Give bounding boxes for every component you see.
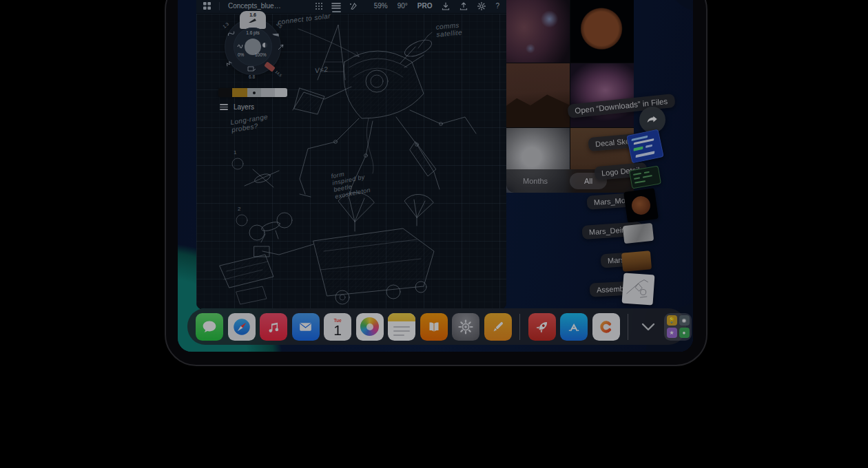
settings-gear-icon[interactable] xyxy=(477,2,486,10)
precision-grid-icon[interactable] xyxy=(315,2,323,10)
tool-wheel[interactable]: 1.6 1.3 3.5 14.5 6.8 1.6 pts 0% 10 xyxy=(217,11,289,83)
settings-app-icon[interactable] xyxy=(452,313,479,341)
export-icon[interactable] xyxy=(459,2,468,10)
gear-icon xyxy=(457,318,475,336)
color-swatch-gold[interactable] xyxy=(232,88,247,97)
smoothing-icon xyxy=(237,42,243,48)
opacity-icon xyxy=(262,43,267,47)
compass-icon xyxy=(231,317,252,337)
music-note-icon xyxy=(265,319,282,335)
layers-menu-icon xyxy=(220,104,228,110)
toolbar-separator xyxy=(219,2,220,10)
drag-thumb-assembly[interactable] xyxy=(622,273,655,305)
tool-size-right[interactable]: 3.5 xyxy=(276,21,283,29)
opacity-value: 100% xyxy=(255,52,267,57)
dock-collapse-button[interactable] xyxy=(637,313,660,341)
photo-horsehead-nebula[interactable] xyxy=(506,0,570,63)
rotation-value[interactable]: 90° xyxy=(397,2,408,10)
app-library-icon[interactable]: 💡 ◉ ★ ● xyxy=(664,313,692,341)
photo-mars-planet[interactable] xyxy=(570,0,634,63)
c-logo-icon xyxy=(597,318,615,336)
photo-mars-landscape[interactable] xyxy=(506,63,570,127)
color-swatch-black[interactable] xyxy=(218,88,232,97)
mini-app-gray: ◉ xyxy=(679,315,690,326)
dock-divider xyxy=(519,314,520,340)
selection-arrow-icon[interactable] xyxy=(278,44,284,50)
messages-app-icon[interactable] xyxy=(196,313,223,341)
layers-panel-icon[interactable] xyxy=(331,2,341,10)
concepts-app-window: Concepts_blue… 59% 90° PRO xyxy=(196,0,506,310)
mini-app-green: ● xyxy=(679,328,690,338)
calendar-day: 1 xyxy=(333,323,342,338)
books-app-icon[interactable] xyxy=(420,313,448,341)
selected-color-dot xyxy=(253,92,256,94)
mini-app-yellow: 💡 xyxy=(667,315,677,326)
drag-thumb-mars-deimos[interactable] xyxy=(623,223,654,244)
photo-grid xyxy=(506,0,634,193)
notes-line xyxy=(393,330,410,332)
help-button[interactable]: ? xyxy=(495,2,499,10)
music-app-icon[interactable] xyxy=(260,313,287,341)
annotation-comms: comms satellite xyxy=(435,21,462,38)
app-store-app-icon[interactable] xyxy=(560,313,588,341)
drag-thumb-mars[interactable] xyxy=(621,251,652,272)
calendar-app-icon[interactable]: Tue 1 xyxy=(324,313,351,341)
color-swatch-white[interactable] xyxy=(275,88,287,97)
tool-size-left[interactable]: 1.3 xyxy=(222,21,229,29)
photos-flower-icon xyxy=(360,317,379,336)
open-book-icon xyxy=(426,319,442,335)
drag-thumb-mars-model[interactable] xyxy=(623,188,659,223)
photos-app-window: Months All xyxy=(506,0,634,193)
layers-label: Layers xyxy=(234,103,254,111)
safari-app-icon[interactable] xyxy=(228,313,256,341)
pen-icon xyxy=(489,318,507,336)
probe-number-1: 1 xyxy=(234,149,237,156)
stroke-width-label: 1.6 pts xyxy=(217,30,289,35)
tab-months[interactable]: Months xyxy=(523,177,548,185)
stage: Concepts_blue… 59% 90° PRO xyxy=(0,0,868,468)
dock: Tue 1 xyxy=(187,308,686,345)
app-store-a-icon xyxy=(565,318,583,336)
eraser-size: 14.5 xyxy=(274,70,282,77)
app-library-grid: 💡 ◉ ★ ● xyxy=(667,315,690,338)
notes-line xyxy=(393,326,410,328)
rocket-icon xyxy=(533,318,551,336)
sketch-pen-app-icon[interactable] xyxy=(484,313,512,341)
color-swatch-gray[interactable] xyxy=(247,88,261,97)
layers-button[interactable]: Layers xyxy=(220,103,254,111)
notes-header-strip xyxy=(388,313,415,321)
smoothing-value: 0% xyxy=(238,52,244,57)
dock-divider xyxy=(628,314,628,340)
gallery-grid-icon[interactable] xyxy=(203,2,211,10)
tool-size-bottom: 6.8 xyxy=(249,74,255,79)
share-forward-button[interactable] xyxy=(639,107,665,133)
creative-c-app-icon[interactable] xyxy=(592,313,620,341)
probe-number-2: 2 xyxy=(238,205,241,213)
notes-app-icon[interactable] xyxy=(388,313,415,341)
envelope-icon xyxy=(297,318,314,335)
fill-tool-icon[interactable] xyxy=(247,66,256,72)
chat-bubble-icon xyxy=(200,318,218,336)
pro-badge[interactable]: PRO xyxy=(417,2,433,10)
rocket-app-icon[interactable] xyxy=(528,313,556,341)
zoom-level[interactable]: 59% xyxy=(374,2,388,10)
photo-orion-nebula[interactable] xyxy=(570,63,634,127)
pen-nib-icon[interactable] xyxy=(349,2,358,10)
chevron-down-icon xyxy=(641,323,656,331)
document-title[interactable]: Concepts_blue… xyxy=(228,2,281,10)
import-icon[interactable] xyxy=(442,2,450,10)
notes-line xyxy=(393,334,404,337)
color-swatch-light-gray[interactable] xyxy=(261,88,275,97)
mail-app-icon[interactable] xyxy=(292,313,320,341)
active-tool-pencil[interactable]: 1.6 xyxy=(240,11,266,29)
forward-arrow-icon xyxy=(645,112,660,127)
color-palette-bar[interactable] xyxy=(218,88,287,97)
photos-app-icon[interactable] xyxy=(356,313,384,341)
mini-app-purple: ★ xyxy=(667,328,677,338)
ipad-screen: Concepts_blue… 59% 90° PRO xyxy=(178,0,693,352)
